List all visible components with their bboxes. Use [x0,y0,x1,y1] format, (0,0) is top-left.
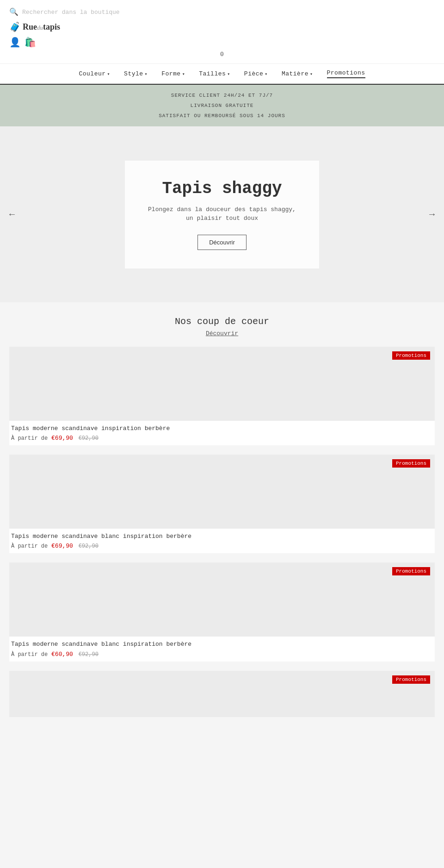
nav-forme[interactable]: Forme ▾ [161,70,185,77]
section-link[interactable]: Découvrir [9,329,435,337]
chevron-down-icon: ▾ [145,71,148,77]
promo-badge: Promotions [392,675,430,684]
product-card[interactable]: Promotions Tapis moderne scandinave insp… [9,347,435,445]
hero-title: Tapis shaggy [148,179,296,198]
info-line-3: SATISFAIT OU REMBOURSÉ SOUS 14 JOURS [0,111,444,121]
info-line-1: SERVICE CLIENT 24H/24 ET 7J/7 [0,90,444,100]
product-info: Tapis moderne scandinave blanc inspirati… [9,637,435,661]
product-price: À partir de €69,90 €92,90 [11,543,433,550]
nav-matiere[interactable]: Matière ▾ [282,70,313,77]
promo-badge: Promotions [392,567,430,575]
info-line-2: LIVRAISON GRATUITE [0,100,444,111]
chevron-down-icon: ▾ [310,71,313,77]
cart-icon[interactable]: 🛍️ [25,37,36,48]
header: 🔍 Rechercher dans la boutique 🧳 Ruedutap… [0,0,444,64]
logo[interactable]: 🧳 Ruedutapis [9,19,435,35]
product-image [9,671,435,717]
product-card[interactable]: Promotions Tapis moderne scandinave blan… [9,455,435,553]
cart-count-label: 0 [9,50,435,59]
product-image [9,562,435,637]
hero-banner: ← Tapis shaggy Plongez dans la douceur d… [0,126,444,302]
search-icon: 🔍 [9,7,18,17]
product-card[interactable]: Promotions [9,671,435,717]
product-image [9,455,435,529]
nav-promotions[interactable]: Promotions [327,69,365,78]
nav-style[interactable]: Style ▾ [124,70,148,77]
main-nav: Couleur ▾ Style ▾ Forme ▾ Tailles ▾ Pièc… [0,64,444,85]
section-title: Nos coup de coeur [9,316,435,327]
chevron-down-icon: ▾ [265,71,268,77]
promo-badge: Promotions [392,459,430,468]
product-price: À partir de €60,90 €92,90 [11,651,433,658]
chevron-down-icon: ▾ [227,71,230,77]
hero-discover-button[interactable]: Découvrir [197,235,247,250]
info-bar: SERVICE CLIENT 24H/24 ET 7J/7 LIVRAISON … [0,85,444,126]
product-image [9,347,435,421]
hero-card: Tapis shaggy Plongez dans la douceur des… [125,161,319,269]
product-info: Tapis moderne scandinave inspiration ber… [9,421,435,445]
chevron-down-icon: ▾ [182,71,185,77]
header-icons: 👤 🛍️ [9,35,435,50]
chevron-down-icon: ▾ [107,71,111,77]
user-icon[interactable]: 👤 [9,37,21,48]
hero-description: Plongez dans la douceur des tapis shaggy… [148,205,296,223]
nav-tailles[interactable]: Tailles ▾ [199,70,230,77]
hero-prev-arrow[interactable]: ← [9,209,15,220]
promo-badge: Promotions [392,351,430,360]
product-name: Tapis moderne scandinave inspiration ber… [11,425,433,433]
product-price: À partir de €69,90 €92,90 [11,435,433,442]
search-bar[interactable]: 🔍 Rechercher dans la boutique [9,5,435,19]
nav-piece[interactable]: Pièce ▾ [244,70,268,77]
product-name: Tapis moderne scandinave blanc inspirati… [11,640,433,649]
products-section: Nos coup de coeur Découvrir Promotions T… [0,302,444,740]
hero-next-arrow[interactable]: → [429,209,435,220]
logo-text: Ruedutapis [23,22,60,32]
product-name: Tapis moderne scandinave blanc inspirati… [11,532,433,541]
product-info: Tapis moderne scandinave blanc inspirati… [9,529,435,553]
nav-couleur[interactable]: Couleur ▾ [79,70,110,77]
bag-icon: 🧳 [9,21,21,33]
section-discover-link[interactable]: Découvrir [206,330,238,337]
search-placeholder: Rechercher dans la boutique [22,9,120,16]
product-card[interactable]: Promotions Tapis moderne scandinave blan… [9,562,435,661]
